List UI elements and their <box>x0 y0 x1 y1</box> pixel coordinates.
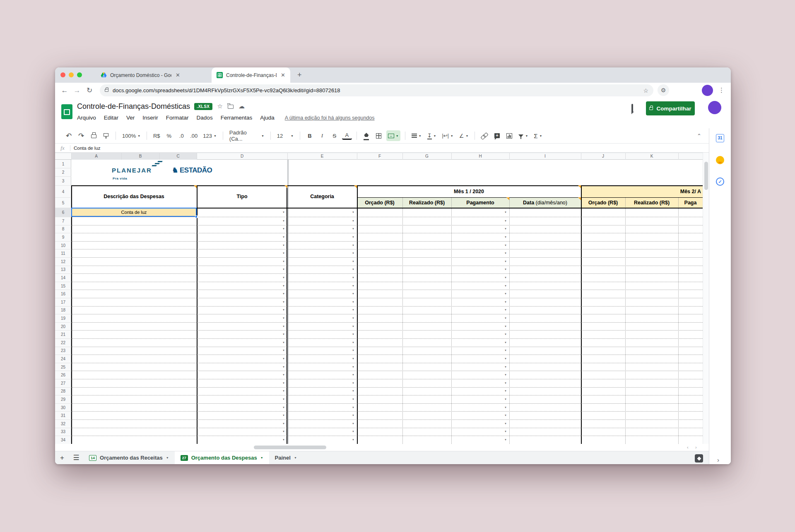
row-number-1[interactable]: 1 <box>55 162 71 166</box>
cell-dropdown-icon[interactable]: ▼ <box>282 244 285 247</box>
header-month2[interactable]: Mês 2/ A <box>581 185 701 197</box>
selection-fill-handle[interactable] <box>195 216 198 218</box>
menu-arquivo[interactable]: Arquivo <box>77 115 96 121</box>
row-number-22[interactable]: 22 <box>55 340 71 345</box>
cell-dropdown-icon[interactable]: ▼ <box>352 211 354 213</box>
number-format-select[interactable]: 123▼ <box>201 130 218 141</box>
header-orcado-2[interactable]: Orçado (R$) <box>581 197 625 208</box>
cell-dropdown-icon[interactable]: ▼ <box>282 357 285 360</box>
bookmark-star-icon[interactable]: ☆ <box>643 87 648 94</box>
column-header-G[interactable]: G <box>425 153 429 160</box>
row-number-29[interactable]: 29 <box>55 397 71 402</box>
cell-dropdown-icon[interactable]: ▼ <box>352 374 354 376</box>
cell-dropdown-icon[interactable]: ▼ <box>504 422 507 425</box>
merge-cells-icon[interactable]: ↔▼ <box>386 130 400 141</box>
cell-dropdown-icon[interactable]: ▼ <box>282 406 285 409</box>
cell-dropdown-icon[interactable]: ▼ <box>282 349 285 352</box>
cell-dropdown-icon[interactable]: ▼ <box>282 374 285 376</box>
cell-dropdown-icon[interactable]: ▼ <box>282 228 285 230</box>
cell-dropdown-icon[interactable]: ▼ <box>282 390 285 392</box>
row-number-15[interactable]: 15 <box>55 283 71 288</box>
insert-chart-icon[interactable] <box>504 130 514 141</box>
cell-dropdown-icon[interactable]: ▼ <box>352 309 354 311</box>
menu-ferramentas[interactable]: Ferramentas <box>221 115 253 121</box>
column-header-J[interactable]: J <box>602 153 604 160</box>
decrease-decimal-button[interactable]: .0 <box>176 130 186 141</box>
cell-dropdown-icon[interactable]: ▼ <box>282 398 285 400</box>
cell-dropdown-icon[interactable]: ▼ <box>504 430 507 433</box>
url-input[interactable]: docs.google.com/spreadsheets/d/1DM4RFkVp… <box>100 84 653 96</box>
header-month1[interactable]: Mês 1 / 2020 <box>357 185 581 197</box>
sheet-tab-or-amento-das-despesas[interactable]: 27Orçamento das Despesas▼ <box>175 451 269 464</box>
cell-dropdown-icon[interactable]: ▼ <box>352 414 354 417</box>
header-realizado-1[interactable]: Realizado (R$) <box>402 197 451 208</box>
horizontal-align-icon[interactable]: ▼ <box>410 130 423 141</box>
cell-dropdown-icon[interactable]: ▼ <box>504 252 507 254</box>
print-icon[interactable] <box>89 130 99 141</box>
cell-dropdown-icon[interactable]: ▼ <box>504 374 507 376</box>
cell-dropdown-icon[interactable]: ▼ <box>352 390 354 392</box>
sheet-tab-menu-icon[interactable]: ▼ <box>294 456 297 459</box>
row-number-4[interactable]: 4 <box>55 189 71 194</box>
horizontal-scrollbar-thumb[interactable] <box>254 446 326 449</box>
cell-dropdown-icon[interactable]: ▼ <box>504 414 507 417</box>
column-headers[interactable]: ABCDEFGHIJK <box>55 153 703 160</box>
zoom-select[interactable]: 100%▼ <box>120 130 142 141</box>
cell-dropdown-icon[interactable]: ▼ <box>504 244 507 247</box>
row-number-5[interactable]: 5 <box>55 200 71 205</box>
sheet-tab-menu-icon[interactable]: ▼ <box>260 456 263 459</box>
cell-dropdown-icon[interactable]: ▼ <box>504 276 507 279</box>
strikethrough-button[interactable]: S <box>330 130 340 141</box>
sheet-tab-menu-icon[interactable]: ▼ <box>166 456 169 459</box>
cell-dropdown-icon[interactable]: ▼ <box>352 252 354 254</box>
header-tipo[interactable]: Tipo <box>197 185 287 208</box>
row-number-6[interactable]: 6 <box>55 210 71 215</box>
cell-dropdown-icon[interactable]: ▼ <box>282 325 285 328</box>
menu-editar[interactable]: Editar <box>104 115 118 121</box>
browser-menu-icon[interactable]: ⋮ <box>718 86 725 94</box>
italic-button[interactable]: I <box>317 130 327 141</box>
cell-dropdown-icon[interactable]: ▼ <box>352 398 354 400</box>
reload-icon[interactable]: ↻ <box>83 86 96 95</box>
minimize-window-button[interactable] <box>69 72 74 77</box>
cell-dropdown-icon[interactable]: ▼ <box>282 292 285 295</box>
insert-comment-icon[interactable]: + <box>492 130 502 141</box>
cell-dropdown-icon[interactable]: ▼ <box>504 260 507 263</box>
cell-dropdown-icon[interactable]: ▼ <box>352 357 354 360</box>
row-number-16[interactable]: 16 <box>55 292 71 296</box>
cell-dropdown-icon[interactable]: ▼ <box>282 439 285 441</box>
cell-dropdown-icon[interactable]: ▼ <box>352 317 354 319</box>
percent-format-button[interactable]: % <box>164 130 174 141</box>
cell-dropdown-icon[interactable]: ▼ <box>282 430 285 433</box>
cell-dropdown-icon[interactable]: ▼ <box>282 366 285 368</box>
scroll-left-icon[interactable]: ‹ <box>687 445 689 450</box>
cell-dropdown-icon[interactable]: ▼ <box>352 349 354 352</box>
row-number-27[interactable]: 27 <box>55 381 71 385</box>
last-edit-link[interactable]: A última edição foi há alguns segundos <box>285 115 375 121</box>
move-folder-icon[interactable] <box>228 105 234 109</box>
header-data-1[interactable]: Data (dia/mês/ano) <box>509 197 581 208</box>
cell-dropdown-icon[interactable]: ▼ <box>352 301 354 303</box>
row-number-10[interactable]: 10 <box>55 243 71 247</box>
redo-icon[interactable]: ↷ <box>76 130 86 141</box>
cell-dropdown-icon[interactable]: ▼ <box>504 333 507 335</box>
spreadsheet-grid[interactable]: 1234567891011121314151617181920212223242… <box>55 160 703 444</box>
cell-dropdown-icon[interactable]: ▼ <box>504 341 507 344</box>
row-number-2[interactable]: 2 <box>55 170 71 175</box>
row-number-26[interactable]: 26 <box>55 373 71 377</box>
row-number-24[interactable]: 24 <box>55 357 71 361</box>
row-number-32[interactable]: 32 <box>55 421 71 426</box>
cell-dropdown-icon[interactable]: ▼ <box>282 414 285 417</box>
column-header-E[interactable]: E <box>321 153 324 160</box>
header-orcado-1[interactable]: Orçado (R$) <box>357 197 402 208</box>
cell-dropdown-icon[interactable]: ▼ <box>352 430 354 433</box>
sheet-tab-or-amento-das-receitas[interactable]: 14Orçamento das Receitas▼ <box>83 451 175 464</box>
column-header-C[interactable]: C <box>176 153 179 160</box>
sheet-tab-painel[interactable]: Painel▼ <box>269 451 303 464</box>
cell-dropdown-icon[interactable]: ▼ <box>282 252 285 254</box>
row-number-3[interactable]: 3 <box>55 179 71 183</box>
cell-dropdown-icon[interactable]: ▼ <box>504 292 507 295</box>
column-header-D[interactable]: D <box>241 153 243 160</box>
fill-color-icon[interactable] <box>361 130 371 141</box>
selected-cell[interactable]: Conta de luz <box>71 208 197 217</box>
